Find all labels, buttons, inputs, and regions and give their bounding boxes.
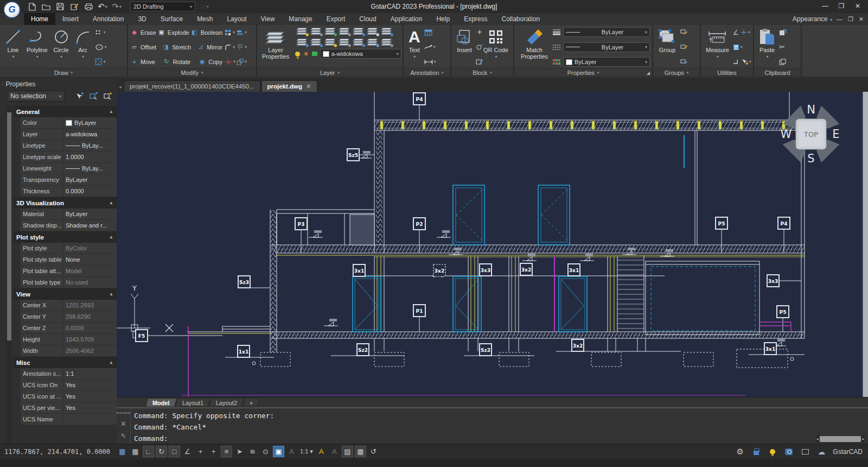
- command-history[interactable]: Command: Specify opposite corner:Command…: [131, 408, 868, 444]
- arc-button[interactable]: Arc▾: [72, 26, 94, 68]
- attribute-icon[interactable]: [476, 42, 483, 52]
- open-file-icon[interactable]: [40, 1, 52, 12]
- layer-unisolate-icon[interactable]: [324, 27, 336, 36]
- dynamic-ucs-icon[interactable]: +: [208, 446, 219, 457]
- layer-combo[interactable]: a-widokowa▾: [320, 49, 401, 59]
- drawing-label-box[interactable]: 3x1: [353, 264, 365, 276]
- drawing-label-box[interactable]: 3x2: [433, 264, 445, 276]
- isometric-drafting-icon[interactable]: ≋: [247, 446, 258, 457]
- redo-icon[interactable]: ↷▾: [111, 1, 123, 12]
- zoom-object-icon[interactable]: ⊙: [260, 446, 271, 457]
- layer-on-icon[interactable]: [295, 52, 300, 56]
- base-point-icon[interactable]: [476, 27, 483, 37]
- ribbon-tab-layout[interactable]: Layout: [220, 13, 253, 25]
- annotation-scale[interactable]: 1:1 ▾: [299, 446, 314, 457]
- drawing-label-box[interactable]: P4: [413, 93, 425, 105]
- group-button[interactable]: Group: [655, 26, 679, 68]
- ribbon-tab-help[interactable]: Help: [429, 13, 457, 25]
- property-row[interactable]: LineweightByLay...: [21, 163, 117, 174]
- panel-label-clipboard[interactable]: Clipboard: [754, 68, 801, 77]
- property-row[interactable]: UCS per vie...Yes: [21, 402, 117, 414]
- text-button[interactable]: A Text▾: [406, 26, 423, 68]
- id-point-icon[interactable]: ▾: [741, 27, 750, 37]
- undo-icon[interactable]: ↶▾: [97, 1, 108, 12]
- command-close-icon[interactable]: ✕: [120, 420, 126, 428]
- hatch-display-icon[interactable]: ▨: [342, 446, 353, 457]
- document-tab[interactable]: projekt.dwg✕: [261, 80, 317, 92]
- scale-tools-icon[interactable]: ▾: [237, 56, 247, 67]
- panel-label-properties[interactable]: Properties▾◢: [514, 68, 652, 77]
- select-object-icon[interactable]: [74, 91, 85, 101]
- layer-thaw-icon[interactable]: ☀: [303, 50, 309, 58]
- quick-select-icon[interactable]: [88, 91, 99, 101]
- property-row[interactable]: MaterialByLayer: [21, 209, 117, 220]
- turn-on-all-layers-icon[interactable]: [296, 38, 308, 47]
- panel-label-utilities[interactable]: Utilities: [701, 68, 753, 77]
- doc-close-button[interactable]: ✕: [859, 16, 864, 23]
- explode-button[interactable]: ▣Explode: [157, 27, 189, 37]
- layer-state-icon[interactable]: [296, 27, 308, 36]
- 3d-object-snap-icon[interactable]: +: [195, 446, 206, 457]
- qr-code-button[interactable]: QR Code▾: [483, 26, 511, 68]
- ribbon-tab-application[interactable]: Application: [384, 13, 430, 25]
- copy-clip-icon[interactable]: [779, 56, 787, 67]
- palette-scrollbar[interactable]: [7, 106, 12, 444]
- auto-annotation-scale-icon[interactable]: A: [329, 446, 340, 457]
- point-tools-icon[interactable]: ▾: [95, 27, 107, 37]
- ribbon-tab-export[interactable]: Export: [320, 13, 353, 25]
- print-icon[interactable]: [82, 1, 94, 12]
- toolbar-options-icon[interactable]: ⸬ ▾: [202, 4, 209, 10]
- layer-previous-icon[interactable]: [353, 27, 365, 36]
- doc-minimize-button[interactable]: —: [837, 16, 843, 23]
- drawing-label-box[interactable]: 3x1: [764, 343, 776, 355]
- drawing-label-box[interactable]: Sz3: [238, 276, 250, 288]
- tips-icon[interactable]: [768, 447, 777, 457]
- ungroup-icon[interactable]: [680, 27, 688, 37]
- section-header-plot-style[interactable]: Plot style▲: [13, 231, 117, 243]
- layer-unlock-icon[interactable]: [312, 52, 317, 56]
- ribbon-tab-express[interactable]: Express: [457, 13, 494, 25]
- interface-lock-icon[interactable]: [751, 447, 761, 457]
- doc-restore-button[interactable]: ❐: [848, 16, 853, 23]
- leader-icon[interactable]: ▾: [424, 42, 436, 52]
- annotation-visibility-icon[interactable]: A: [316, 446, 327, 457]
- drawing-label-box[interactable]: 3x1: [568, 264, 580, 276]
- quick-select-icon[interactable]: ▾: [741, 56, 751, 67]
- property-row[interactable]: ColorByLayer: [21, 117, 117, 129]
- property-row[interactable]: Center Z0.0000: [21, 323, 117, 334]
- paste-button[interactable]: Paste▾: [756, 26, 778, 68]
- array-tools-icon[interactable]: ▾: [225, 27, 235, 37]
- drawing-label-box[interactable]: P4: [778, 217, 790, 229]
- match-properties-button[interactable]: Match Properties: [516, 26, 552, 68]
- drawing-label-box[interactable]: Sz2: [357, 344, 369, 356]
- paste-special-icon[interactable]: [779, 27, 787, 37]
- ortho-mode-icon[interactable]: ∟: [143, 446, 154, 457]
- stretch-button[interactable]: ◨Stretch: [162, 42, 195, 52]
- command-edit-icon[interactable]: ✎: [120, 432, 126, 440]
- select-similar-icon[interactable]: [103, 91, 113, 101]
- lineweight-combo[interactable]: ByLayer▾: [563, 27, 650, 37]
- property-row[interactable]: Annotation s...1:1: [21, 368, 117, 380]
- property-row[interactable]: Plot styleByColor: [21, 243, 117, 254]
- ribbon-tab-3d[interactable]: 3D: [131, 13, 153, 25]
- command-grip-icon[interactable]: ════: [116, 411, 131, 415]
- ellipse-tools-icon[interactable]: ▾: [95, 42, 107, 52]
- drawing-label-box[interactable]: P5: [716, 217, 727, 229]
- quick-view-icon[interactable]: ▦: [355, 446, 366, 457]
- property-row[interactable]: TransparencyByLayer: [21, 174, 117, 186]
- move-button[interactable]: +Move: [130, 56, 162, 67]
- property-row[interactable]: Center X1201.2693: [21, 300, 117, 311]
- layer-freeze-icon[interactable]: [339, 27, 350, 36]
- tab-scroll-left-icon[interactable]: ◂: [119, 84, 122, 90]
- close-tab-icon[interactable]: ✕: [306, 83, 311, 90]
- drawing-label-box[interactable]: P3: [295, 218, 307, 230]
- property-row[interactable]: Height1043.5709: [21, 334, 117, 345]
- dynamic-input-icon[interactable]: ▣: [273, 446, 284, 457]
- insert-block-button[interactable]: Insert: [454, 26, 475, 68]
- panel-launcher-icon[interactable]: ◢: [647, 71, 650, 75]
- cut-icon[interactable]: ✂: [779, 42, 787, 52]
- ribbon-tab-surface[interactable]: Surface: [154, 13, 190, 25]
- group-select-icon[interactable]: [680, 56, 688, 67]
- drawing-label-box[interactable]: Sz2: [480, 344, 492, 356]
- fillet-tools-icon[interactable]: ▾: [225, 42, 235, 52]
